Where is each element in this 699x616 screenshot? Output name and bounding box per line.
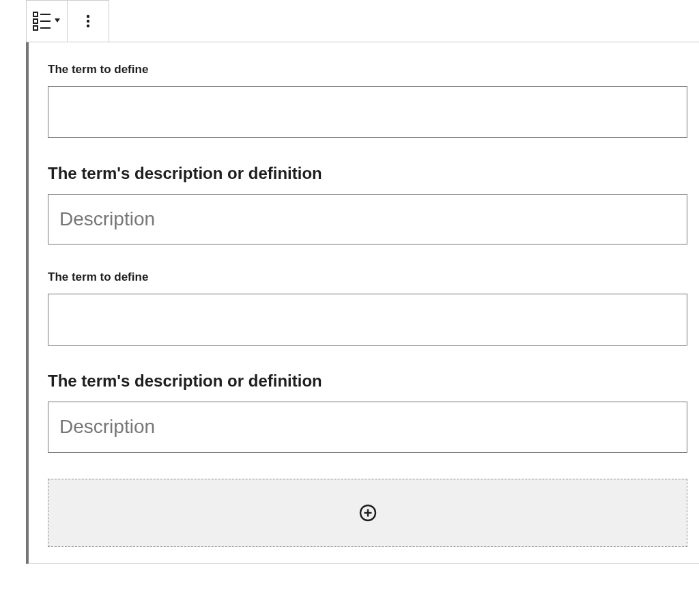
definition-item: The term to define [48, 270, 687, 346]
description-label: The term's description or definition [48, 372, 687, 391]
term-label: The term to define [48, 270, 687, 284]
svg-rect-0 [33, 12, 38, 16]
block-appender[interactable] [48, 479, 687, 547]
definition-item: The term to define [48, 63, 687, 138]
block-toolbar [26, 0, 109, 42]
svg-rect-4 [33, 26, 38, 30]
definition-description: The term's description or definition [48, 372, 687, 452]
definition-description: The term's description or definition [48, 164, 687, 244]
block-editor: The term to define The term's descriptio… [26, 0, 699, 564]
block-type-dropdown[interactable] [27, 1, 68, 42]
description-input[interactable] [48, 402, 687, 452]
description-input[interactable] [48, 194, 687, 244]
svg-point-8 [87, 25, 89, 27]
definition-list-block: The term to define The term's descriptio… [26, 42, 699, 564]
description-label: The term's description or definition [48, 164, 687, 183]
svg-point-7 [87, 20, 89, 23]
more-options-button[interactable] [68, 1, 109, 42]
definition-list-icon [33, 12, 61, 31]
term-input[interactable] [48, 86, 687, 138]
term-input[interactable] [48, 294, 687, 346]
term-label: The term to define [48, 63, 687, 76]
chevron-down-icon [55, 18, 60, 23]
plus-circle-icon [358, 503, 377, 522]
svg-rect-2 [33, 19, 38, 23]
more-vertical-icon [80, 13, 96, 29]
svg-point-6 [87, 15, 89, 18]
